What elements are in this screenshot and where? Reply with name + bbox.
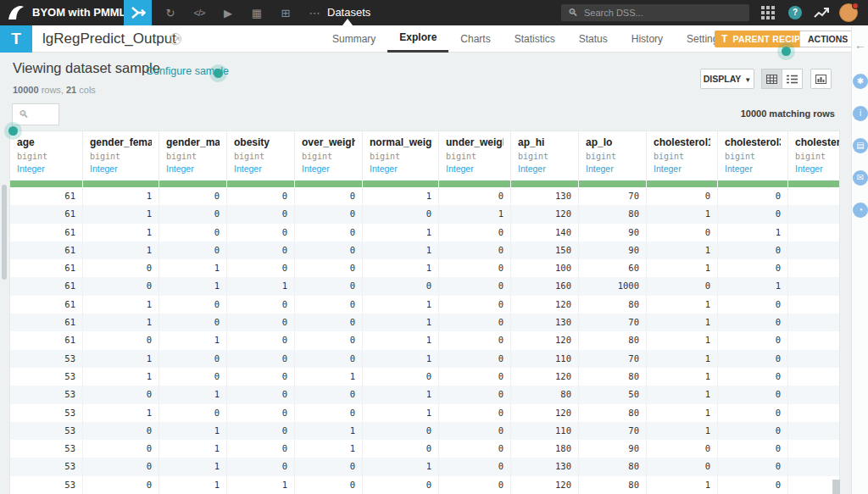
onboarding-dot[interactable] <box>214 69 223 78</box>
table-cell[interactable]: 61 <box>10 187 83 205</box>
table-cell[interactable]: 120 <box>511 476 579 494</box>
table-cell[interactable]: 53 <box>10 422 83 440</box>
table-cell[interactable]: 1 <box>295 368 363 386</box>
table-cell[interactable]: 1 <box>363 331 439 349</box>
table-cell[interactable]: 0 <box>647 458 718 475</box>
table-cell[interactable] <box>788 296 839 314</box>
table-cell[interactable]: 1 <box>363 386 439 403</box>
table-cell[interactable]: 0 <box>227 440 295 458</box>
table-cell[interactable]: 90 <box>579 224 647 241</box>
table-cell[interactable]: 53 <box>10 368 83 386</box>
table-cell[interactable]: 0 <box>227 259 295 277</box>
table-cell[interactable]: 1 <box>647 386 718 403</box>
column-header-under_weight[interactable]: under_weightbigintInteger <box>439 131 511 180</box>
table-scrollbar-thumb[interactable] <box>832 480 840 494</box>
trend-icon[interactable] <box>814 7 829 19</box>
table-cell[interactable]: 0 <box>83 458 159 475</box>
table-cell[interactable]: 61 <box>10 277 83 295</box>
table-cell[interactable]: 1 <box>647 205 718 223</box>
table-cell[interactable]: 1 <box>647 422 718 440</box>
table-cell[interactable]: 1 <box>159 422 227 440</box>
table-cell[interactable]: 0 <box>718 386 788 403</box>
table-cell[interactable]: 53 <box>10 404 83 422</box>
table-cell[interactable]: 0 <box>718 205 788 223</box>
table-cell[interactable]: 70 <box>579 350 647 368</box>
column-meaning-link[interactable]: Integer <box>654 164 710 174</box>
vertical-scrollbar[interactable] <box>2 185 7 280</box>
table-cell[interactable]: 90 <box>579 440 647 458</box>
table-cell[interactable]: 70 <box>579 314 647 331</box>
table-cell[interactable]: 0 <box>227 224 295 241</box>
column-header-age[interactable]: agebigintInteger <box>10 131 83 180</box>
table-cell[interactable]: 0 <box>295 187 363 205</box>
column-header-cholesterol2[interactable]: cholesterol2bigintInteger <box>788 131 839 180</box>
table-cell[interactable] <box>788 241 839 259</box>
column-header-cholesterol3[interactable]: cholesterol3bigintInteger <box>718 131 788 180</box>
goto-flow-icon[interactable] <box>170 33 181 45</box>
table-cell[interactable]: 1 <box>363 458 439 475</box>
table-cell[interactable]: 160 <box>511 277 579 295</box>
table-cell[interactable]: 0 <box>647 187 718 205</box>
table-cell[interactable]: 180 <box>511 440 579 458</box>
table-cell[interactable]: 53 <box>10 476 83 494</box>
table-cell[interactable]: 0 <box>718 241 788 259</box>
collapse-panel-icon[interactable]: ← <box>854 38 866 52</box>
column-meaning-link[interactable]: Integer <box>795 164 839 174</box>
column-meaning-link[interactable]: Integer <box>725 164 781 174</box>
column-header-gender_female[interactable]: gender_femalebigintInteger <box>83 131 159 180</box>
table-cell[interactable]: 1 <box>363 224 439 241</box>
table-cell[interactable]: 0 <box>295 331 363 349</box>
table-cell[interactable]: 80 <box>579 331 647 349</box>
table-cell[interactable]: 1 <box>83 241 159 259</box>
table-cell[interactable] <box>788 386 839 403</box>
table-cell[interactable]: 0 <box>295 386 363 403</box>
table-cell[interactable]: 100 <box>511 259 579 277</box>
flow-icon[interactable] <box>124 0 152 25</box>
table-cell[interactable]: 0 <box>159 205 227 223</box>
table-cell[interactable] <box>788 224 839 241</box>
table-cell[interactable] <box>788 205 839 223</box>
table-cell[interactable]: 0 <box>227 205 295 223</box>
table-cell[interactable]: 80 <box>579 296 647 314</box>
table-cell[interactable]: 130 <box>511 314 579 331</box>
table-cell[interactable]: 1 <box>363 187 439 205</box>
table-cell[interactable]: 0 <box>363 205 439 223</box>
table-cell[interactable]: 0 <box>363 277 439 295</box>
column-meaning-link[interactable]: Integer <box>302 164 355 174</box>
view-table-button[interactable] <box>761 69 782 89</box>
table-cell[interactable]: 0 <box>227 187 295 205</box>
automation-icon[interactable]: ▦ <box>242 7 271 19</box>
table-cell[interactable]: 1 <box>647 350 718 368</box>
table-cell[interactable]: 0 <box>718 368 788 386</box>
tab-status[interactable]: Status <box>567 25 620 53</box>
table-cell[interactable]: 0 <box>227 458 295 475</box>
column-meaning-link[interactable]: Integer <box>166 164 220 174</box>
table-cell[interactable]: 0 <box>647 224 718 241</box>
actions-button[interactable]: ACTIONS <box>799 31 856 47</box>
table-cell[interactable]: 0 <box>295 224 363 241</box>
table-cell[interactable]: 0 <box>227 350 295 368</box>
column-header-over_weight[interactable]: over_weightbigintInteger <box>295 131 363 180</box>
table-cell[interactable]: 1 <box>83 404 159 422</box>
table-cell[interactable]: 0 <box>295 350 363 368</box>
table-cell[interactable]: 1 <box>647 476 718 494</box>
table-cell[interactable]: 0 <box>718 187 788 205</box>
charts-view-button[interactable] <box>810 69 832 89</box>
table-cell[interactable]: 1 <box>647 296 718 314</box>
table-cell[interactable]: 1 <box>83 350 159 368</box>
table-cell[interactable]: 1 <box>159 476 227 494</box>
table-cell[interactable]: 0 <box>439 386 511 403</box>
column-meaning-link[interactable]: Integer <box>17 164 75 174</box>
table-cell[interactable]: 0 <box>363 368 439 386</box>
table-cell[interactable]: 1000 <box>579 277 647 295</box>
table-cell[interactable]: 61 <box>10 296 83 314</box>
table-cell[interactable]: 1 <box>647 259 718 277</box>
table-cell[interactable]: 0 <box>295 476 363 494</box>
table-cell[interactable]: 0 <box>159 241 227 259</box>
table-cell[interactable] <box>788 404 839 422</box>
table-cell[interactable]: 0 <box>83 331 159 349</box>
table-cell[interactable]: 1 <box>159 386 227 403</box>
table-cell[interactable]: 0 <box>718 476 788 494</box>
table-cell[interactable]: 1 <box>295 440 363 458</box>
column-header-gender_male[interactable]: gender_malebigintInteger <box>159 131 227 180</box>
